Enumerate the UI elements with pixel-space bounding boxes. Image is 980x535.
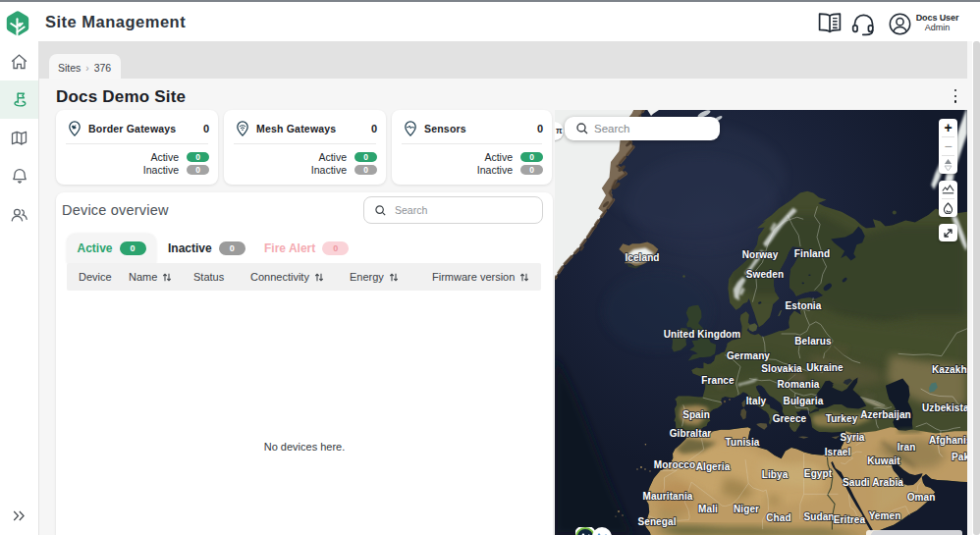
svg-text:Uzbekistan: Uzbekistan [922,402,967,413]
svg-text:Mauritania: Mauritania [642,491,692,502]
svg-text:Yemen: Yemen [869,510,901,521]
svg-text:Iran: Iran [898,442,916,453]
svg-text:Syria: Syria [841,432,865,443]
svg-text:Kuwait: Kuwait [867,455,900,466]
svg-text:Belarus: Belarus [794,336,832,347]
svg-text:Mali: Mali [698,504,718,514]
svg-text:Slovakia: Slovakia [761,363,802,374]
svg-text:Azerbaijan: Azerbaijan [860,409,911,420]
svg-text:Chad: Chad [766,512,790,523]
svg-text:France: France [701,375,735,386]
svg-text:Romania: Romania [778,379,820,390]
svg-text:Algeria: Algeria [696,461,731,472]
svg-text:Italy: Italy [746,396,767,406]
svg-text:Greece: Greece [773,413,807,424]
svg-text:Finland: Finland [794,248,830,259]
svg-text:Saudi Arabia: Saudi Arabia [843,477,903,488]
svg-text:Tunisia: Tunisia [726,437,760,448]
svg-text:Gibraltar: Gibraltar [670,428,712,439]
svg-text:Germany: Germany [727,350,770,361]
svg-text:Pak: Pak [952,452,967,462]
svg-text:Afghanist: Afghanist [929,435,967,446]
svg-text:Sweden: Sweden [746,269,784,280]
svg-text:Iceland: Iceland [625,252,659,263]
svg-text:Egypt: Egypt [804,468,833,479]
svg-text:United Kingdom: United Kingdom [664,329,741,340]
svg-text:Spain: Spain [682,409,710,420]
svg-text:Bulgaria: Bulgaria [784,396,824,406]
svg-text:Ukraine: Ukraine [806,362,844,373]
svg-text:Eritrea: Eritrea [834,514,866,525]
svg-text:Niger: Niger [734,504,759,514]
svg-text:Kazakhs: Kazakhs [932,364,967,375]
svg-text:Sudan: Sudan [803,511,834,522]
svg-text:Morocco: Morocco [654,459,695,470]
svg-text:Turkey: Turkey [826,413,858,424]
svg-text:Libya: Libya [762,469,789,480]
svg-text:Estonia: Estonia [786,300,822,311]
svg-text:Senegal: Senegal [637,516,676,527]
svg-text:Israel: Israel [825,447,851,457]
svg-text:Oman: Oman [907,492,936,503]
svg-text:Norway: Norway [742,249,779,260]
